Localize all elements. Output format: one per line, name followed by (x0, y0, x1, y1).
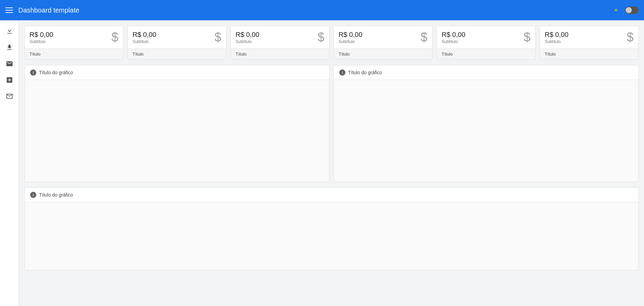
card-3: R$ 0,00 Subtítulo $ Título (334, 26, 432, 60)
card-0: R$ 0,00 Subtítulo $ Título (24, 26, 123, 60)
header: Dashboard template ☀ (0, 0, 644, 20)
cards-row: R$ 0,00 Subtítulo $ Título R$ 0,00 Subtí… (24, 26, 639, 60)
card-0-footer: Título (25, 48, 123, 59)
card-1-footer: Título (128, 48, 226, 59)
card-4-footer: Título (437, 48, 535, 59)
chart-header-1: i Título do gráfico (334, 65, 638, 80)
card-5: R$ 0,00 Subtítulo $ Título (540, 26, 639, 60)
card-0-icon: $ (112, 30, 118, 44)
chart-info-icon-1: i (339, 69, 345, 76)
card-2-footer: Título (231, 48, 329, 59)
card-3-footer: Título (334, 48, 432, 59)
layout: R$ 0,00 Subtítulo $ Título R$ 0,00 Subtí… (0, 20, 644, 306)
sidebar-item-mail-2[interactable] (3, 89, 16, 103)
sidebar-item-mail-1[interactable] (3, 57, 16, 70)
sidebar-item-download-1[interactable] (3, 24, 16, 38)
chart-title-1: Título do gráfico (348, 70, 382, 75)
card-5-footer: Título (540, 48, 638, 59)
chart-body-1 (334, 80, 638, 182)
chart-info-icon-0: i (30, 69, 36, 76)
theme-sun-icon: ☀ (614, 7, 618, 13)
card-4-icon: $ (524, 30, 530, 44)
chart-title-bottom: Título do gráfico (39, 192, 73, 198)
card-4: R$ 0,00 Subtítulo $ Título (437, 26, 536, 60)
app-title: Dashboard template (18, 6, 608, 14)
chart-info-icon-bottom: i (30, 192, 36, 198)
card-3-value: R$ 0,00 (339, 31, 362, 39)
card-1-icon: $ (215, 30, 221, 44)
mail-outline-icon (6, 93, 13, 100)
card-0-subtitle: Subtítulo (29, 39, 53, 44)
charts-top-row: i Título do gráfico i Título do gráfico (24, 65, 639, 182)
theme-toggle[interactable] (625, 6, 639, 14)
sidebar-item-add-box[interactable] (3, 73, 16, 87)
chart-header-0: i Título do gráfico (25, 65, 329, 80)
chart-body-0 (25, 80, 329, 182)
sidebar-item-download-2[interactable] (3, 41, 16, 54)
card-2-icon: $ (318, 30, 324, 44)
download-box-icon (6, 44, 13, 51)
card-5-subtitle: Subtítulo (545, 39, 568, 44)
card-4-value: R$ 0,00 (442, 31, 465, 39)
card-2: R$ 0,00 Subtítulo $ Título (230, 26, 329, 60)
card-0-value: R$ 0,00 (29, 31, 53, 39)
chart-panel-bottom: i Título do gráfico (24, 187, 639, 270)
chart-panel-0: i Título do gráfico (24, 65, 329, 182)
chart-header-bottom: i Título do gráfico (25, 188, 638, 202)
card-5-value: R$ 0,00 (545, 31, 568, 39)
card-2-subtitle: Subtítulo (236, 39, 259, 44)
mail-icon (6, 60, 13, 67)
card-1-subtitle: Subtítulo (133, 39, 156, 44)
menu-icon[interactable] (5, 7, 13, 13)
toggle-knob (626, 7, 632, 13)
download-icon (6, 27, 13, 35)
add-box-icon (6, 76, 13, 84)
card-2-value: R$ 0,00 (236, 31, 259, 39)
chart-title-0: Título do gráfico (39, 70, 73, 75)
card-3-icon: $ (421, 30, 427, 44)
card-1-value: R$ 0,00 (133, 31, 156, 39)
card-5-icon: $ (627, 30, 633, 44)
sidebar (0, 20, 19, 306)
card-3-subtitle: Subtítulo (339, 39, 362, 44)
chart-body-bottom (25, 202, 638, 270)
chart-panel-1: i Título do gráfico (334, 65, 639, 182)
card-4-subtitle: Subtítulo (442, 39, 465, 44)
main-content: R$ 0,00 Subtítulo $ Título R$ 0,00 Subtí… (19, 20, 644, 306)
card-1: R$ 0,00 Subtítulo $ Título (127, 26, 226, 60)
